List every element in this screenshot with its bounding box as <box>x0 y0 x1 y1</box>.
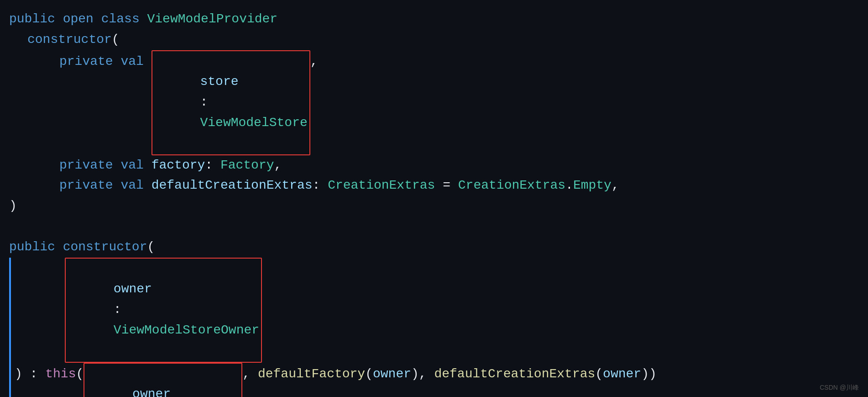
keyword-open: open <box>63 9 94 30</box>
keyword-constructor-1: constructor <box>27 30 112 50</box>
code-line-9: ) : this ( owner . viewModelStore , defa… <box>9 363 854 397</box>
keyword-private-1: private <box>59 52 113 72</box>
watermark: CSDN @川峰 <box>820 382 859 392</box>
empty-line-1 <box>9 217 854 237</box>
code-line-7: public constructor ( <box>9 237 854 258</box>
highlight-store: store : ViewModelStore <box>152 50 310 155</box>
keyword-val-3: val <box>120 175 143 196</box>
keyword-class: class <box>101 9 140 30</box>
code-line-1: public open class ViewModelProvider <box>9 9 854 30</box>
code-line-5: private val defaultCreationExtras : Crea… <box>9 175 854 196</box>
left-bar-1 <box>9 258 11 363</box>
code-line-6: ) <box>9 196 854 217</box>
keyword-private-3: private <box>59 175 113 196</box>
keyword-val-1: val <box>120 52 143 72</box>
highlight-owner-1: owner : ViewModelStoreOwner <box>65 258 262 363</box>
highlight-owner-viewModelStore-1: owner . viewModelStore <box>84 363 242 397</box>
left-bar-2 <box>9 363 11 397</box>
keyword-public-2: public <box>9 237 55 258</box>
keyword-public: public <box>9 9 55 30</box>
keyword-constructor-2: constructor <box>63 237 147 258</box>
code-viewer: public open class ViewModelProvider cons… <box>0 0 868 397</box>
keyword-val-2: val <box>120 155 143 176</box>
class-name: ViewModelProvider <box>147 9 278 30</box>
keyword-private-2: private <box>59 155 113 176</box>
code-line-4: private val factory : Factory , <box>9 155 854 176</box>
keyword-this-1: this <box>45 364 76 385</box>
code-line-3: private val store : ViewModelStore , <box>9 50 854 155</box>
code-line-8: owner : ViewModelStoreOwner <box>9 258 854 363</box>
code-line-2: constructor ( <box>9 30 854 50</box>
